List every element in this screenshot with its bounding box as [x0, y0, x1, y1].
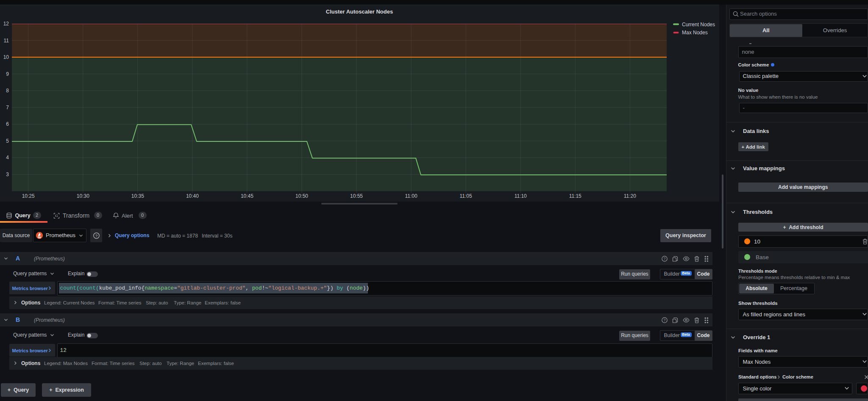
- svg-text:Max Nodes: Max Nodes: [682, 30, 708, 36]
- svg-text:11: 11: [4, 38, 9, 44]
- svg-text:5: 5: [6, 138, 9, 144]
- svg-text:11:05: 11:05: [460, 193, 472, 199]
- svg-text:10:25: 10:25: [22, 193, 35, 199]
- svg-text:10:45: 10:45: [241, 193, 253, 199]
- svg-text:8: 8: [6, 88, 9, 94]
- svg-text:12: 12: [3, 21, 9, 27]
- svg-text:11:20: 11:20: [624, 193, 636, 199]
- svg-text:10:40: 10:40: [186, 193, 199, 199]
- svg-text:10:50: 10:50: [295, 193, 308, 199]
- svg-text:?: ?: [95, 233, 97, 238]
- svg-text:11:10: 11:10: [515, 193, 527, 199]
- svg-text:11:15: 11:15: [569, 193, 581, 199]
- svg-text:?: ?: [664, 257, 666, 261]
- svg-text:Cluster Autoscaler Nodes: Cluster Autoscaler Nodes: [326, 8, 393, 15]
- svg-text:7: 7: [6, 105, 9, 111]
- svg-text:6: 6: [6, 121, 9, 127]
- svg-text:Current Nodes: Current Nodes: [682, 22, 715, 28]
- svg-text:9: 9: [6, 71, 9, 77]
- svg-text:10:35: 10:35: [131, 193, 144, 199]
- svg-text:3: 3: [6, 171, 9, 177]
- svg-text:10:55: 10:55: [350, 193, 363, 199]
- svg-text:10:30: 10:30: [77, 193, 89, 199]
- svg-text:11:00: 11:00: [405, 193, 417, 199]
- svg-text:4: 4: [6, 155, 9, 160]
- svg-text:10: 10: [3, 54, 9, 60]
- svg-text:?: ?: [664, 318, 666, 322]
